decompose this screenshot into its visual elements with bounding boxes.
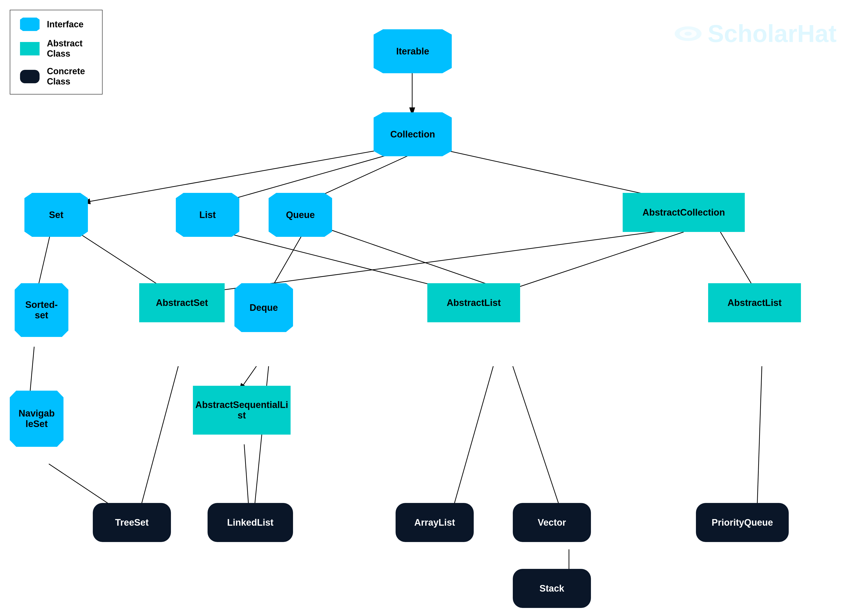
legend-item-interface: Interface xyxy=(20,17,92,31)
node-treeset: TreeSet xyxy=(93,503,171,542)
node-list: List xyxy=(176,193,239,237)
node-vector: Vector xyxy=(513,503,591,542)
node-abstract-set-label: AbstractSet xyxy=(156,298,208,308)
legend-abstract-label: Abstract Class xyxy=(47,38,92,59)
node-set-label: Set xyxy=(49,210,63,220)
node-abstract-collection: AbstractCollection xyxy=(623,193,745,232)
node-arraylist-label: ArrayList xyxy=(415,517,455,528)
arrow-abscol-abslist xyxy=(501,232,684,293)
node-abstract-list: AbstractList xyxy=(427,283,520,322)
node-vector-label: Vector xyxy=(538,517,566,528)
node-stack: Stack xyxy=(513,569,591,608)
node-abstract-list2: AbstractList xyxy=(708,283,801,322)
legend: Interface Abstract Class Concrete Class xyxy=(10,10,102,94)
node-abstract-seq-list-label: AbstractSequentialLi st xyxy=(195,400,288,421)
arrow-collection-set xyxy=(83,149,386,203)
legend-interface-label: Interface xyxy=(47,19,83,30)
node-abstract-seq-list: AbstractSequentialLi st xyxy=(193,386,291,435)
node-navigable-set-label: Navigab leSet xyxy=(19,408,55,429)
node-sorted-set: Sorted- set xyxy=(15,283,68,337)
legend-item-concrete: Concrete Class xyxy=(20,66,92,87)
node-collection: Collection xyxy=(374,112,452,156)
node-abstract-collection-label: AbstractCollection xyxy=(643,207,725,218)
abstract-shape-icon xyxy=(20,42,39,55)
arrow-abslist-vector xyxy=(513,366,562,513)
node-deque: Deque xyxy=(234,283,293,332)
arrow-absset-treeset xyxy=(139,366,178,513)
interface-shape-icon xyxy=(20,17,39,31)
node-navigable-set: Navigab leSet xyxy=(10,391,63,447)
node-iterable: Iterable xyxy=(374,29,452,73)
svg-point-2 xyxy=(685,32,692,36)
arrow-absseqlist-linkedlist xyxy=(244,444,249,513)
watermark-logo-icon xyxy=(674,24,703,44)
node-abstract-list2-label: AbstractList xyxy=(727,298,782,308)
watermark-text: ScholarHat xyxy=(708,19,837,48)
watermark: ScholarHat xyxy=(674,19,837,48)
node-queue-label: Queue xyxy=(286,210,315,220)
node-queue: Queue xyxy=(269,193,332,237)
node-abstract-list-label: AbstractList xyxy=(446,298,501,308)
node-treeset-label: TreeSet xyxy=(115,517,148,528)
node-sorted-set-label: Sorted- set xyxy=(25,300,58,321)
legend-concrete-label: Concrete Class xyxy=(47,66,92,87)
node-linkedlist: LinkedList xyxy=(207,503,293,542)
node-stack-label: Stack xyxy=(539,583,564,594)
concrete-shape-icon xyxy=(20,70,39,83)
node-list-label: List xyxy=(199,210,216,220)
node-iterable-label: Iterable xyxy=(396,46,429,57)
node-arraylist: ArrayList xyxy=(396,503,474,542)
node-priority-queue: PriorityQueue xyxy=(696,503,789,542)
node-deque-label: Deque xyxy=(250,303,278,313)
legend-item-abstract: Abstract Class xyxy=(20,38,92,59)
diagram-container: Interface Abstract Class Concrete Class … xyxy=(0,0,861,616)
node-linkedlist-label: LinkedList xyxy=(227,517,273,528)
node-collection-label: Collection xyxy=(390,129,435,140)
node-priority-queue-label: PriorityQueue xyxy=(712,517,773,528)
arrow-abslist-arraylist xyxy=(452,366,493,513)
arrow-abslist2-priorityqueue xyxy=(757,366,762,513)
node-set: Set xyxy=(24,193,88,237)
node-abstract-set: AbstractSet xyxy=(139,283,225,322)
